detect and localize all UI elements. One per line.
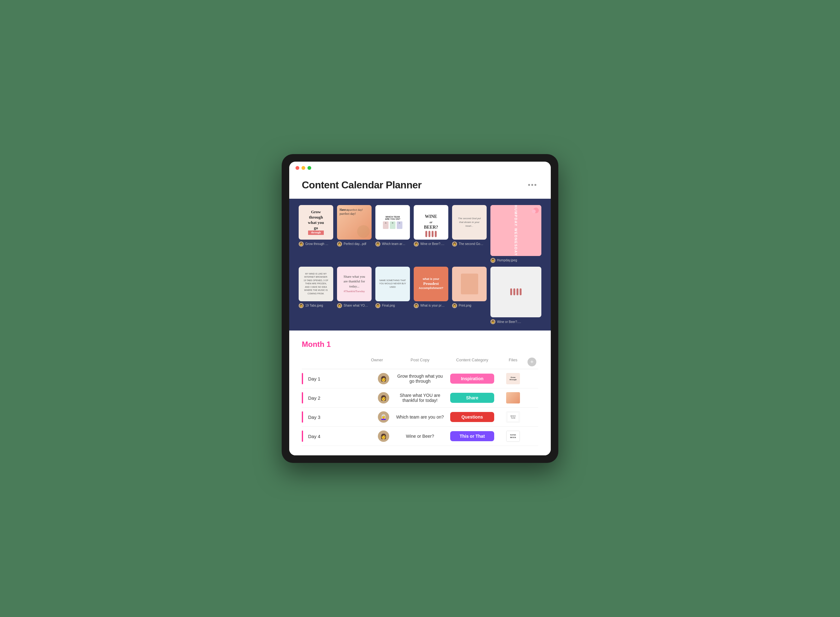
gallery-caption: 👩 Print.png [452, 303, 487, 308]
file-thumbnail[interactable]: Growthrough [506, 373, 520, 384]
dot-icon [531, 184, 533, 186]
category-badge[interactable]: Inspiration [450, 373, 494, 384]
avatar: 👩 [337, 303, 342, 308]
gallery-caption: 👩 Perfect day...pdf [337, 242, 371, 247]
content-category-column-header: Content Category [444, 357, 501, 366]
file-thumbnail[interactable] [506, 392, 520, 403]
caption-text: Final.png [382, 304, 395, 307]
owner-cell: 👩 [371, 373, 396, 384]
day-border-indicator [302, 411, 303, 423]
files-cell: WHICHTEAM [501, 411, 526, 423]
file-thumbnail[interactable]: WINEBEER [506, 431, 520, 442]
gallery-thumbnail: HUMPDAY WEDNESDAY [491, 205, 541, 256]
caption-text: What is your pro...png [420, 304, 445, 307]
avatar: 👩 [491, 258, 495, 263]
gallery-item[interactable]: WHICH TEAMARE YOU ON? A B C 👩 Which team… [375, 205, 410, 263]
category-cell: Inspiration [444, 373, 501, 384]
owner-cell: 👩 [371, 431, 396, 442]
post-copy-cell: Share what YOU are thankful for today! [396, 393, 444, 403]
day-label: Day 2 [308, 395, 320, 401]
gallery-caption: 👩 Humpday.jpeg [491, 258, 541, 263]
avatar: 👩 [378, 431, 389, 442]
category-badge[interactable]: Questions [450, 412, 494, 422]
gallery-item[interactable]: 👩 Wine or Beer?.png [491, 267, 541, 325]
gallery-item[interactable]: what is yourProudestAccomplishment? 👩 Wh… [414, 267, 448, 325]
gallery-thumbnail: Share what you are thankful for today...… [337, 267, 371, 301]
gallery-item[interactable]: The second God put that dream in your he… [452, 205, 487, 263]
avatar: 👩 [452, 242, 457, 247]
maximize-button[interactable] [308, 166, 311, 170]
caption-text: Share what YOU...png [343, 304, 369, 307]
traffic-lights [296, 166, 311, 170]
gallery-caption: 👩 Wine or Beer?.png [491, 319, 541, 324]
gallery-item[interactable]: HUMPDAY WEDNESDAY 👩 Humpday.jpeg [491, 205, 541, 263]
gallery-thumbnail: WINEorBEER? [414, 205, 448, 240]
gallery-caption: 👩 Grow through w...png [299, 242, 333, 247]
device-screen: Content Calendar Planner Growthroughwhat… [289, 162, 551, 456]
close-button[interactable] [296, 166, 299, 170]
caption-text: 19 Tabs.jpeg [305, 304, 323, 307]
caption-text: Humpday.jpeg [497, 258, 517, 262]
gallery-item[interactable]: Have apurrfect day! 👩 Perfect day...pdf [337, 205, 371, 263]
caption-text: Wine or Beer?.png [497, 320, 522, 323]
day-cell: Day 4 [302, 431, 371, 442]
gallery-item[interactable]: MY MIND IS LIKE MY INTERNET BROWSER: 19 … [299, 267, 333, 325]
owner-cell: 👩‍🦳 [371, 411, 396, 423]
day-column-header [302, 357, 371, 366]
day-border-indicator [302, 392, 303, 403]
table-section: Month 1 Owner Post Copy Content Category… [289, 331, 551, 455]
app-header: Content Calendar Planner [289, 173, 551, 199]
category-badge[interactable]: Share [450, 393, 494, 403]
table-row: Day 1 👩 Grow through what you go through… [302, 369, 538, 388]
gallery-caption: 👩 Share what YOU...png [337, 303, 371, 308]
gallery-item[interactable]: 👩 Print.png [452, 267, 487, 325]
gallery-item[interactable]: Growthroughwhat yougothrough 👩 Grow thro… [299, 205, 333, 263]
gallery-thumbnail: what is yourProudestAccomplishment? [414, 267, 448, 301]
owner-cell: 👩 [371, 392, 396, 403]
day-label: Day 4 [308, 434, 320, 439]
caption-text: Grow through w...png [305, 242, 330, 246]
avatar: 👩 [414, 242, 419, 247]
gallery-caption: 👩 Which team are.png [375, 242, 410, 247]
table-row: Day 4 👩 Wine or Beer? This or That WINEB… [302, 427, 538, 446]
caption-text: Print.png [459, 304, 471, 307]
title-bar [289, 162, 551, 173]
files-cell [501, 392, 526, 403]
gallery-thumbnail: Growthroughwhat yougothrough [299, 205, 333, 240]
day-border-indicator [302, 431, 303, 442]
gallery-item[interactable]: Share what you are thankful for today...… [337, 267, 371, 325]
day-label: Day 1 [308, 376, 320, 381]
add-column-button[interactable]: + [528, 357, 536, 366]
avatar: 👩 [378, 373, 389, 384]
avatar: 👩 [378, 392, 389, 403]
caption-text: Perfect day...pdf [343, 242, 366, 246]
gallery-caption: 👩 What is your pro...png [414, 303, 448, 308]
post-copy-cell: Wine or Beer? [396, 434, 444, 439]
avatar: 👩 [337, 242, 342, 247]
day-cell: Day 2 [302, 392, 371, 403]
gallery-thumbnail: Have apurrfect day! [337, 205, 371, 240]
page-title: Content Calendar Planner [302, 179, 421, 191]
file-thumbnail[interactable]: WHICHTEAM [506, 411, 520, 423]
more-options-button[interactable] [526, 182, 538, 188]
caption-text: Wine or Beer?.png [420, 242, 445, 246]
gallery-item[interactable]: WINEorBEER? 👩 Wine or Beer?.png [414, 205, 448, 263]
avatar: 👩‍🦳 [378, 411, 389, 423]
files-column-header: Files [501, 357, 526, 366]
category-cell: Share [444, 393, 501, 403]
dot-icon [528, 184, 530, 186]
avatar: 👩 [414, 303, 419, 308]
add-column-header: + [526, 357, 538, 366]
gallery-section: Growthroughwhat yougothrough 👩 Grow thro… [289, 199, 551, 331]
caption-text: The second God...pdf [459, 242, 484, 246]
minimize-button[interactable] [302, 166, 305, 170]
gallery-caption: 👩 Wine or Beer?.png [414, 242, 448, 247]
month-title: Month 1 [302, 340, 538, 349]
post-copy-column-header: Post Copy [396, 357, 444, 366]
table-row: Day 3 👩‍🦳 Which team are you on? Questio… [302, 407, 538, 427]
category-cell: This or That [444, 431, 501, 441]
category-badge[interactable]: This or That [450, 431, 494, 441]
files-cell: WINEBEER [501, 431, 526, 442]
gallery-item[interactable]: NAME SOMETHING THAT YOU WOULD NEVER BUY … [375, 267, 410, 325]
gallery-grid: Growthroughwhat yougothrough 👩 Grow thro… [299, 205, 541, 325]
